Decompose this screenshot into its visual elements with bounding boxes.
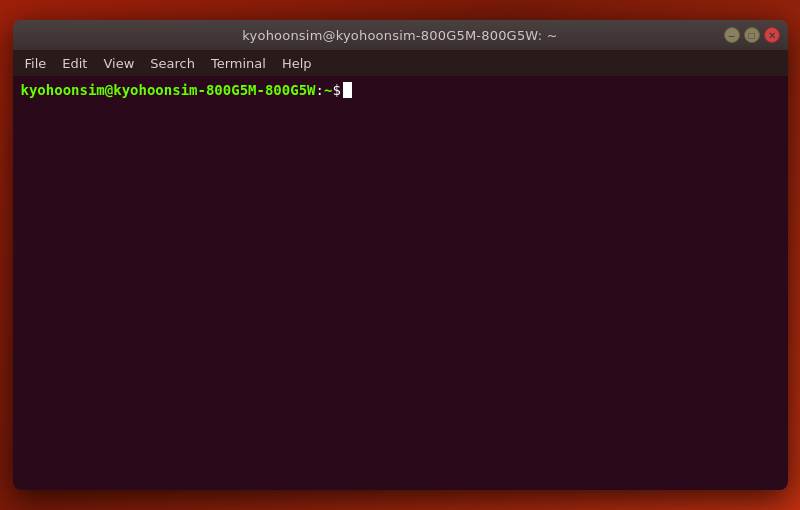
menu-bar: File Edit View Search Terminal Help [13,50,788,76]
prompt-user-host: kyohoonsim@kyohoonsim-800G5M-800G5W [21,82,316,98]
prompt-symbol: $ [332,82,340,98]
window-title: kyohoonsim@kyohoonsim-800G5M-800G5W: ~ [242,28,557,43]
terminal-window: kyohoonsim@kyohoonsim-800G5M-800G5W: ~ –… [13,20,788,490]
menu-item-view[interactable]: View [95,54,142,73]
window-controls: – □ ✕ [724,27,780,43]
menu-item-terminal[interactable]: Terminal [203,54,274,73]
prompt-colon: : [316,82,324,98]
menu-item-help[interactable]: Help [274,54,320,73]
prompt-line: kyohoonsim@kyohoonsim-800G5M-800G5W : ~ … [21,82,780,98]
close-button[interactable]: ✕ [764,27,780,43]
minimize-button[interactable]: – [724,27,740,43]
terminal-body[interactable]: kyohoonsim@kyohoonsim-800G5M-800G5W : ~ … [13,76,788,490]
terminal-cursor [343,82,352,98]
maximize-button[interactable]: □ [744,27,760,43]
menu-item-file[interactable]: File [17,54,55,73]
menu-item-edit[interactable]: Edit [54,54,95,73]
title-bar: kyohoonsim@kyohoonsim-800G5M-800G5W: ~ –… [13,20,788,50]
prompt-path: ~ [324,82,332,98]
menu-item-search[interactable]: Search [142,54,203,73]
